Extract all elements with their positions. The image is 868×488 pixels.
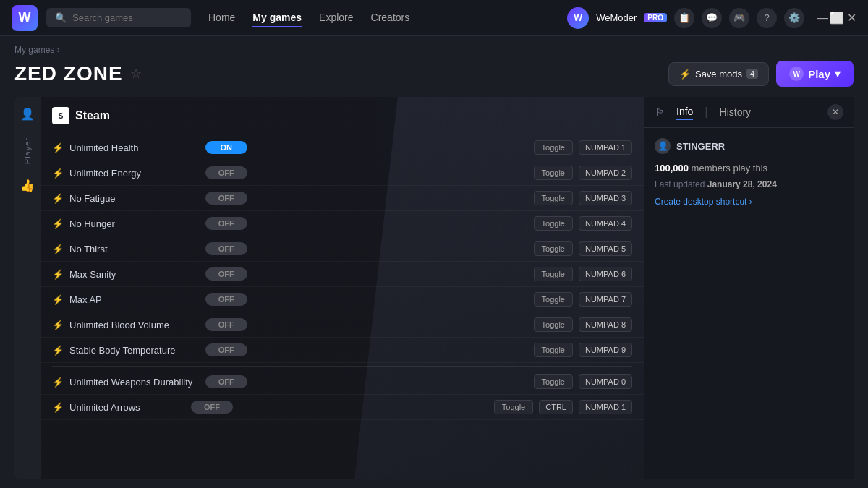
toggle-switch[interactable]: OFF xyxy=(205,343,247,356)
toggle-button[interactable]: Toggle xyxy=(534,292,573,307)
key-badge: NUMPAD 4 xyxy=(579,216,632,231)
key-badge: NUMPAD 1 xyxy=(579,140,632,155)
tab-history[interactable]: History xyxy=(720,105,752,119)
last-updated: Last updated January 28, 2024 xyxy=(655,179,843,189)
nav-icon-clipboard[interactable]: 📋 xyxy=(674,8,694,28)
mod-name: No Thirst xyxy=(69,244,200,254)
nav-icon-help[interactable]: ? xyxy=(757,8,777,28)
steam-logo: S xyxy=(52,107,69,124)
toggle-switch[interactable]: OFF xyxy=(205,293,247,306)
nav-my-games[interactable]: My games xyxy=(252,9,302,27)
close-button[interactable]: ✕ xyxy=(846,13,856,23)
mod-section-divider xyxy=(52,366,632,367)
avatar-initials: W xyxy=(574,13,582,23)
breadcrumb-separator: › xyxy=(57,45,60,55)
toggle-switch[interactable]: ON xyxy=(205,141,247,154)
toggle-switch[interactable]: OFF xyxy=(205,166,247,179)
desktop-shortcut-link[interactable]: Create desktop shortcut › xyxy=(655,197,843,207)
toggle-button[interactable]: Toggle xyxy=(534,140,573,155)
steam-header: S Steam xyxy=(41,97,644,132)
header-actions: ⚡ Save mods 4 W Play ▾ xyxy=(668,61,854,87)
bolt-icon: ⚡ xyxy=(52,294,64,305)
toggle-button[interactable]: Toggle xyxy=(534,267,573,281)
author-icon: 👤 xyxy=(655,138,671,154)
nav-creators[interactable]: Creators xyxy=(371,9,410,27)
sidebar-like-icon[interactable]: 👍 xyxy=(18,176,37,194)
sidebar-player-icon[interactable]: 👤 xyxy=(18,104,37,123)
toggle-button[interactable]: Toggle xyxy=(534,374,573,389)
flag-icon: 🏳 xyxy=(655,106,665,118)
author-row: 👤 STINGERR xyxy=(655,138,843,154)
pro-badge: PRO xyxy=(644,13,667,22)
toggle-button[interactable]: Toggle xyxy=(534,241,573,256)
bolt-icon: ⚡ xyxy=(52,377,64,388)
game-header: ZED ZONE ☆ ⚡ Save mods 4 W Play ▾ xyxy=(14,61,854,87)
toggle-button[interactable]: Toggle xyxy=(534,317,573,332)
toggle-switch[interactable]: OFF xyxy=(205,267,247,281)
toggle-button[interactable]: Toggle xyxy=(494,400,533,414)
mod-row: ⚡Unlimited ArrowsOFFToggleCTRLNUMPAD 1 xyxy=(41,395,644,420)
toggle-switch[interactable]: OFF xyxy=(191,401,233,414)
save-mods-button[interactable]: ⚡ Save mods 4 xyxy=(668,62,769,86)
mod-list: ⚡Unlimited HealthONToggleNUMPAD 1⚡Unlimi… xyxy=(41,132,644,423)
toggle-switch[interactable]: OFF xyxy=(205,217,247,230)
game-panel: S Steam ⚡Unlimited HealthONToggleNUMPAD … xyxy=(41,97,644,479)
mod-name: Unlimited Arrows xyxy=(69,402,185,413)
content-body: 👤 Player 👍 S Steam ⚡Unlimited HealthONTo… xyxy=(14,97,854,479)
mod-row: ⚡No HungerOFFToggleNUMPAD 4 xyxy=(41,211,644,236)
search-bar[interactable]: 🔍 xyxy=(46,8,191,27)
mod-row: ⚡Max SanityOFFToggleNUMPAD 6 xyxy=(41,262,644,287)
save-icon: ⚡ xyxy=(679,69,691,80)
toggle-switch[interactable]: OFF xyxy=(205,375,247,388)
save-mods-label: Save mods xyxy=(695,69,742,80)
play-logo-icon: W xyxy=(789,67,804,81)
play-button[interactable]: W Play ▾ xyxy=(776,61,854,87)
bolt-icon: ⚡ xyxy=(52,244,64,254)
bolt-icon: ⚡ xyxy=(52,218,64,229)
mod-row: ⚡No FatigueOFFToggleNUMPAD 3 xyxy=(41,186,644,211)
toggle-switch[interactable]: OFF xyxy=(205,318,247,331)
mod-row: ⚡Unlimited Weapons DurabilityOFFToggleNU… xyxy=(41,369,644,395)
nav-right: W WeModer PRO 📋 💬 🎮 ? ⚙️ — ⬜ ✕ xyxy=(567,7,856,29)
steam-title: Steam xyxy=(75,109,110,122)
members-text: 100,000 members play this xyxy=(655,163,843,174)
close-info-button[interactable]: ✕ xyxy=(827,104,843,120)
nav-home[interactable]: Home xyxy=(208,9,235,27)
toggle-button[interactable]: Toggle xyxy=(534,343,573,357)
app-logo[interactable]: W xyxy=(12,5,38,31)
toggle-button[interactable]: Toggle xyxy=(534,191,573,205)
minimize-button[interactable]: — xyxy=(817,13,827,23)
toggle-switch[interactable]: OFF xyxy=(205,192,247,205)
bolt-icon: ⚡ xyxy=(52,193,64,204)
key-badge: NUMPAD 0 xyxy=(579,374,632,389)
toggle-switch[interactable]: OFF xyxy=(205,242,247,255)
mod-row: ⚡Max APOFFToggleNUMPAD 7 xyxy=(41,287,644,312)
nav-icon-chat[interactable]: 💬 xyxy=(702,8,722,28)
key-badge-2: NUMPAD 1 xyxy=(579,400,632,414)
mod-name: Unlimited Blood Volume xyxy=(69,320,200,330)
play-dropdown-icon[interactable]: ▾ xyxy=(835,67,841,80)
nav-icon-discord[interactable]: 🎮 xyxy=(729,8,749,28)
bolt-icon: ⚡ xyxy=(52,402,64,413)
mod-name: No Hunger xyxy=(69,218,200,229)
toggle-button[interactable]: Toggle xyxy=(534,216,573,231)
key-badge: NUMPAD 6 xyxy=(579,267,632,281)
key-badge: NUMPAD 5 xyxy=(579,241,632,256)
key-badge: NUMPAD 8 xyxy=(579,317,632,332)
key-badge: CTRL xyxy=(539,400,573,414)
bolt-icon: ⚡ xyxy=(52,142,64,153)
key-badge: NUMPAD 2 xyxy=(579,166,632,180)
nav-explore[interactable]: Explore xyxy=(319,9,353,27)
info-panel: 🏳 Info | History ✕ 👤 STINGERR 100,000 me… xyxy=(644,97,854,479)
mod-row: ⚡No ThirstOFFToggleNUMPAD 5 xyxy=(41,236,644,262)
key-badge: NUMPAD 9 xyxy=(579,343,632,357)
shortcut-arrow: › xyxy=(749,197,752,207)
tab-info[interactable]: Info xyxy=(676,104,693,120)
nav-icon-settings[interactable]: ⚙️ xyxy=(784,8,804,28)
breadcrumb-parent[interactable]: My games xyxy=(14,45,54,55)
mod-name: Max Sanity xyxy=(69,269,200,280)
favorite-icon[interactable]: ☆ xyxy=(130,66,142,82)
toggle-button[interactable]: Toggle xyxy=(534,166,573,180)
search-input[interactable] xyxy=(72,12,174,23)
maximize-button[interactable]: ⬜ xyxy=(832,13,842,23)
